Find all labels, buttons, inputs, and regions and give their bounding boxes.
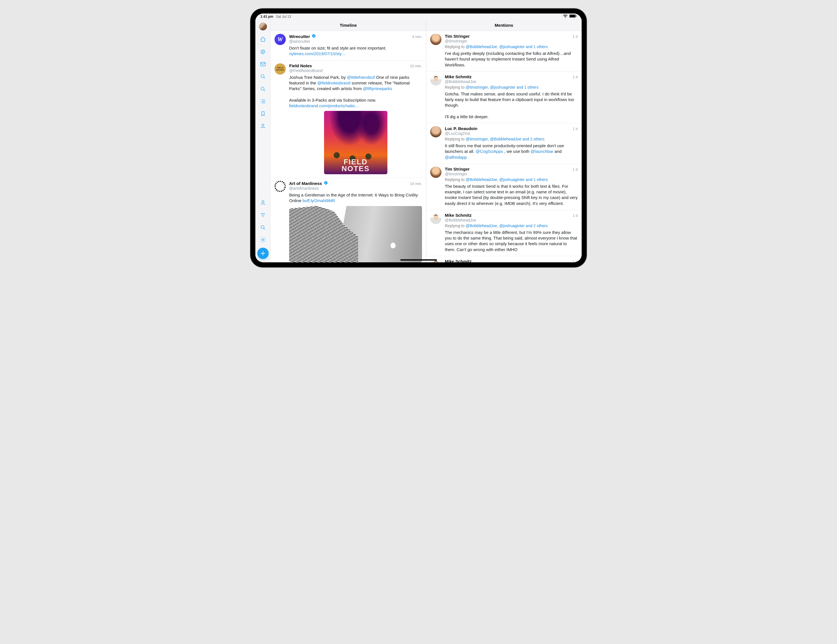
tweet-link[interactable]: nytimes.com/2019/07/10/sty… xyxy=(289,51,346,56)
status-time: 1:41 pm xyxy=(261,15,273,18)
ipad-frame: 1:41 pm Sat Jul 13 xyxy=(250,8,587,267)
tweet-time: 1 d xyxy=(573,75,578,79)
tweet-media[interactable] xyxy=(289,206,422,262)
svg-point-9 xyxy=(262,201,264,203)
verified-icon xyxy=(324,181,328,185)
timeline-column: Timeline W Wirecutter xyxy=(271,20,426,262)
tweet-author-name: Wirecutter xyxy=(289,34,310,39)
svg-point-11 xyxy=(262,239,264,241)
tweet[interactable]: FIELDNOTES Field Notes 10 min. @FieldNot… xyxy=(271,61,426,178)
mention[interactable]: Tim Stringer 1 d @timstringer Replying t… xyxy=(426,31,582,72)
timeline-header: Timeline xyxy=(271,20,426,31)
svg-rect-3 xyxy=(576,15,576,17)
tweet-handle: @BobbleheadJoe xyxy=(445,218,578,222)
tweet-time: 1 d xyxy=(573,34,578,39)
tweet-text: The mechanics may be a little different,… xyxy=(445,230,578,252)
tweet-time: 1 d xyxy=(573,213,578,218)
svg-rect-5 xyxy=(261,62,265,66)
tweet-mention-link[interactable]: @fieldnotesbrand xyxy=(317,80,351,85)
mention[interactable]: Mike Schmitz 1 d @BobbleheadJoe Replying… xyxy=(426,256,582,262)
tweet-mention-link[interactable]: @alfredapp xyxy=(445,155,467,160)
tweet-time: 10 min. xyxy=(410,182,422,186)
tweet-time: 1 d xyxy=(573,259,578,262)
tweet-avatar[interactable] xyxy=(430,126,441,138)
tweet-handle: @LucCogZest xyxy=(445,131,578,136)
tweet-author-name: Tim Stringer xyxy=(445,167,469,171)
tweet-mention-link[interactable]: @CogSciApps xyxy=(476,149,503,154)
reply-context: Replying to @BobbleheadJoe, @joshuaginte… xyxy=(445,223,578,228)
mention[interactable]: Luc P. Beaudoin 1 d @LucCogZest Replying… xyxy=(426,123,582,164)
svg-point-7 xyxy=(261,87,264,90)
tweet-avatar[interactable] xyxy=(430,34,441,45)
tweet-avatar[interactable] xyxy=(430,74,441,85)
reply-to-link[interactable]: @BobbleheadJoe, @joshuaginter and 1 othe… xyxy=(466,44,548,49)
tweet-avatar[interactable] xyxy=(430,167,441,178)
app-body: Timeline W Wirecutter xyxy=(255,20,582,262)
verified-icon xyxy=(312,34,316,38)
reply-context: Replying to @timstringer, @BobbleheadJoe… xyxy=(445,137,578,141)
tweet-mention-link[interactable]: @launchbar xyxy=(531,149,553,154)
home-indicator[interactable] xyxy=(400,259,437,261)
tweet-mention-link[interactable]: @littlefriendsof xyxy=(347,75,375,80)
tweet[interactable]: W Wirecutter 4 min. @wirecutter xyxy=(271,31,426,61)
status-bar: 1:41 pm Sat Jul 13 xyxy=(255,13,582,20)
reply-context: Replying to @BobbleheadJoe, @joshuaginte… xyxy=(445,177,578,182)
lists-icon[interactable] xyxy=(255,95,270,108)
tweet-text: It still floors me that some productivit… xyxy=(445,143,578,160)
mentions-feed[interactable]: Tim Stringer 1 d @timstringer Replying t… xyxy=(426,31,582,262)
reply-context: Replying to @BobbleheadJoe, @joshuaginte… xyxy=(445,44,578,49)
search-icon[interactable] xyxy=(255,70,270,83)
bookmarks-icon[interactable] xyxy=(255,108,270,120)
tweet-author-name: Tim Stringer xyxy=(445,34,469,39)
reply-to-link[interactable]: @timstringer, @joshuaginter and 1 others xyxy=(466,85,538,90)
tweet-author-name: Art of Manliness xyxy=(289,181,322,186)
tweet-text: Joshua Tree National Park, by @littlefri… xyxy=(289,75,422,109)
tweet-author-name: Field Notes xyxy=(289,63,312,68)
profile-icon[interactable] xyxy=(255,120,270,132)
timeline-feed[interactable]: W Wirecutter 4 min. @wirecutter xyxy=(271,31,426,262)
wifi-icon xyxy=(563,14,568,18)
tweet-mention-link[interactable]: @fiftynineparks xyxy=(363,86,392,91)
tweet-avatar[interactable]: FIELDNOTES xyxy=(274,63,286,75)
tweet-link[interactable]: fieldnotesbrand.com/products/natio… xyxy=(289,103,359,108)
tweet-text: Being a Gentleman in the Age of the Inte… xyxy=(289,192,422,204)
media-label: FIELD NOTES xyxy=(341,159,370,172)
mention[interactable]: Mike Schmitz 1 d @BobbleheadJoe Replying… xyxy=(426,72,582,123)
sidebar xyxy=(255,20,271,262)
ipad-screen: 1:41 pm Sat Jul 13 xyxy=(255,13,582,262)
reply-context: Replying to @timstringer, @joshuaginter … xyxy=(445,85,578,90)
apple-logo-icon xyxy=(391,243,396,248)
tweet-avatar[interactable] xyxy=(274,181,286,192)
filter-icon[interactable] xyxy=(255,209,270,221)
mentions-column: Mentions Tim Stringer 1 d @timstringer xyxy=(426,20,582,262)
search-3-icon[interactable] xyxy=(255,221,270,234)
home-icon[interactable] xyxy=(255,33,270,46)
profile-2-icon[interactable] xyxy=(255,197,270,209)
svg-point-0 xyxy=(565,17,566,18)
compose-button[interactable] xyxy=(257,248,269,259)
messages-icon[interactable] xyxy=(255,58,270,70)
reply-to-link[interactable]: @timstringer, @BobbleheadJoe and 2 other… xyxy=(466,137,545,141)
mention[interactable]: Tim Stringer 1 d @timstringer Replying t… xyxy=(426,164,582,210)
mention[interactable]: Mike Schmitz 1 d @BobbleheadJoe Replying… xyxy=(426,210,582,256)
tweet-text: Gotcha. That makes sense, and does sound… xyxy=(445,91,578,120)
tweet-text: Don't fixate on size; fit and style are … xyxy=(289,45,422,57)
tweet-handle: @artofmanliness xyxy=(289,186,422,190)
reply-to-link[interactable]: @BobbleheadJoe, @joshuaginter and 2 othe… xyxy=(466,223,548,228)
settings-icon[interactable] xyxy=(255,234,270,246)
tweet-handle: @BobbleheadJoe xyxy=(445,79,578,84)
tweet[interactable]: Art of Manliness 10 min. @artofmanliness… xyxy=(271,178,426,262)
mentions-icon[interactable] xyxy=(255,46,270,58)
tweet-time: 1 d xyxy=(573,127,578,131)
tweet-avatar[interactable] xyxy=(430,213,441,224)
tweet-author-name: Mike Schmitz xyxy=(445,74,471,79)
mentions-header: Mentions xyxy=(426,20,582,31)
tweet-media[interactable]: FIELD NOTES xyxy=(324,111,387,174)
account-avatar[interactable] xyxy=(259,23,267,30)
tweet-link[interactable]: buff.ly/2maN9MR xyxy=(303,198,335,203)
reply-to-link[interactable]: @BobbleheadJoe, @joshuaginter and 1 othe… xyxy=(466,177,548,182)
tweet-avatar[interactable]: W xyxy=(274,34,286,45)
svg-rect-2 xyxy=(570,15,575,17)
search-2-icon[interactable] xyxy=(255,83,270,95)
tweet-text: I've dug pretty deeply (including contac… xyxy=(445,51,578,68)
